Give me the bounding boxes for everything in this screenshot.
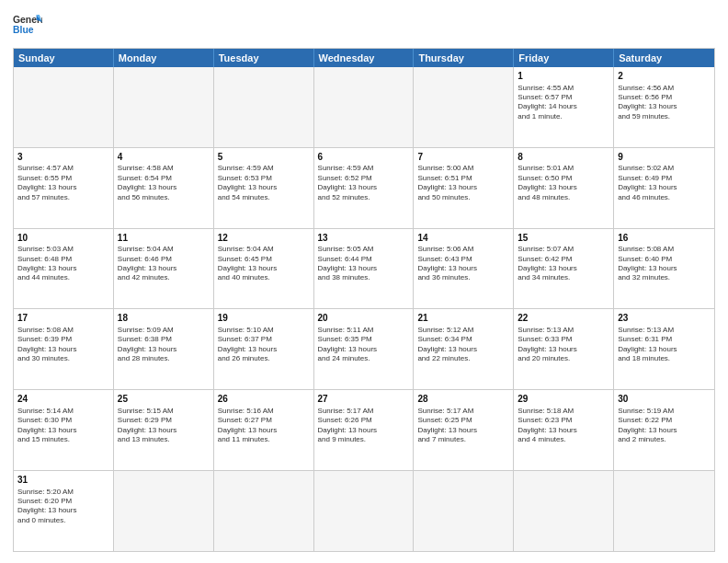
calendar-row-5: 31Sunrise: 5:20 AM Sunset: 6:20 PM Dayli… — [14, 470, 714, 551]
calendar-cell — [114, 67, 214, 147]
cell-info: Sunrise: 5:12 AM Sunset: 6:34 PM Dayligh… — [417, 326, 509, 364]
cell-info: Sunrise: 5:17 AM Sunset: 6:26 PM Dayligh… — [318, 407, 410, 445]
calendar-cell: 1Sunrise: 4:55 AM Sunset: 6:57 PM Daylig… — [514, 67, 614, 147]
cell-info: Sunrise: 5:13 AM Sunset: 6:31 PM Dayligh… — [618, 326, 711, 364]
calendar-cell: 19Sunrise: 5:10 AM Sunset: 6:37 PM Dayli… — [214, 309, 314, 389]
logo-icon: General Blue — [13, 11, 42, 40]
calendar-row-1: 3Sunrise: 4:57 AM Sunset: 6:55 PM Daylig… — [14, 147, 714, 228]
day-number: 5 — [218, 151, 310, 164]
calendar-cell: 23Sunrise: 5:13 AM Sunset: 6:31 PM Dayli… — [614, 309, 714, 389]
calendar-cell: 10Sunrise: 5:03 AM Sunset: 6:48 PM Dayli… — [14, 229, 114, 309]
day-number: 16 — [618, 232, 711, 245]
calendar-cell — [214, 471, 314, 551]
day-number: 29 — [518, 393, 609, 406]
calendar-cell: 4Sunrise: 4:58 AM Sunset: 6:54 PM Daylig… — [114, 148, 214, 228]
day-number: 12 — [218, 232, 310, 245]
day-number: 21 — [417, 312, 509, 325]
cell-info: Sunrise: 5:18 AM Sunset: 6:23 PM Dayligh… — [518, 407, 609, 445]
calendar-cell — [414, 471, 514, 551]
cell-info: Sunrise: 5:08 AM Sunset: 6:40 PM Dayligh… — [618, 245, 711, 283]
header-saturday: Saturday — [614, 49, 714, 67]
day-number: 24 — [17, 393, 109, 406]
day-number: 17 — [17, 312, 109, 325]
day-number: 3 — [17, 151, 109, 164]
calendar-cell — [314, 67, 415, 147]
calendar-cell: 13Sunrise: 5:05 AM Sunset: 6:44 PM Dayli… — [314, 229, 415, 309]
cell-info: Sunrise: 4:56 AM Sunset: 6:56 PM Dayligh… — [618, 84, 711, 122]
calendar-cell: 15Sunrise: 5:07 AM Sunset: 6:42 PM Dayli… — [514, 229, 614, 309]
calendar-cell: 11Sunrise: 5:04 AM Sunset: 6:46 PM Dayli… — [114, 229, 214, 309]
cell-info: Sunrise: 5:05 AM Sunset: 6:44 PM Dayligh… — [318, 245, 410, 283]
day-number: 1 — [518, 70, 609, 83]
calendar-cell: 30Sunrise: 5:19 AM Sunset: 6:22 PM Dayli… — [614, 390, 714, 470]
calendar-cell: 26Sunrise: 5:16 AM Sunset: 6:27 PM Dayli… — [214, 390, 314, 470]
calendar-header: Sunday Monday Tuesday Wednesday Thursday… — [14, 49, 714, 67]
calendar-cell — [514, 471, 614, 551]
cell-info: Sunrise: 4:57 AM Sunset: 6:55 PM Dayligh… — [17, 164, 109, 202]
calendar-cell: 16Sunrise: 5:08 AM Sunset: 6:40 PM Dayli… — [614, 229, 714, 309]
calendar-cell: 24Sunrise: 5:14 AM Sunset: 6:30 PM Dayli… — [14, 390, 114, 470]
cell-info: Sunrise: 5:00 AM Sunset: 6:51 PM Dayligh… — [417, 164, 509, 202]
calendar-cell: 29Sunrise: 5:18 AM Sunset: 6:23 PM Dayli… — [514, 390, 614, 470]
cell-info: Sunrise: 5:10 AM Sunset: 6:37 PM Dayligh… — [218, 326, 310, 364]
cell-info: Sunrise: 5:14 AM Sunset: 6:30 PM Dayligh… — [17, 407, 109, 445]
calendar-body: 1Sunrise: 4:55 AM Sunset: 6:57 PM Daylig… — [14, 67, 714, 551]
logo: General Blue — [13, 11, 42, 40]
cell-info: Sunrise: 5:07 AM Sunset: 6:42 PM Dayligh… — [518, 245, 609, 283]
day-number: 23 — [618, 312, 711, 325]
calendar-cell: 2Sunrise: 4:56 AM Sunset: 6:56 PM Daylig… — [614, 67, 714, 147]
calendar-cell: 21Sunrise: 5:12 AM Sunset: 6:34 PM Dayli… — [414, 309, 514, 389]
cell-info: Sunrise: 5:16 AM Sunset: 6:27 PM Dayligh… — [218, 407, 310, 445]
calendar-cell: 14Sunrise: 5:06 AM Sunset: 6:43 PM Dayli… — [414, 229, 514, 309]
calendar-cell: 28Sunrise: 5:17 AM Sunset: 6:25 PM Dayli… — [414, 390, 514, 470]
cell-info: Sunrise: 5:15 AM Sunset: 6:29 PM Dayligh… — [118, 407, 210, 445]
cell-info: Sunrise: 4:58 AM Sunset: 6:54 PM Dayligh… — [118, 164, 210, 202]
day-number: 18 — [118, 312, 210, 325]
calendar-cell: 8Sunrise: 5:01 AM Sunset: 6:50 PM Daylig… — [514, 148, 614, 228]
day-number: 22 — [518, 312, 609, 325]
day-number: 19 — [218, 312, 310, 325]
day-number: 15 — [518, 232, 609, 245]
cell-info: Sunrise: 5:02 AM Sunset: 6:49 PM Dayligh… — [618, 164, 711, 202]
header-thursday: Thursday — [414, 49, 514, 67]
calendar-row-2: 10Sunrise: 5:03 AM Sunset: 6:48 PM Dayli… — [14, 228, 714, 309]
calendar-cell: 5Sunrise: 4:59 AM Sunset: 6:53 PM Daylig… — [214, 148, 314, 228]
header-monday: Monday — [114, 49, 214, 67]
calendar-cell — [614, 471, 714, 551]
cell-info: Sunrise: 5:04 AM Sunset: 6:45 PM Dayligh… — [218, 245, 310, 283]
cell-info: Sunrise: 5:03 AM Sunset: 6:48 PM Dayligh… — [17, 245, 109, 283]
day-number: 20 — [318, 312, 410, 325]
calendar-row-4: 24Sunrise: 5:14 AM Sunset: 6:30 PM Dayli… — [14, 389, 714, 470]
day-number: 7 — [417, 151, 509, 164]
cell-info: Sunrise: 5:08 AM Sunset: 6:39 PM Dayligh… — [17, 326, 109, 364]
day-number: 27 — [318, 393, 410, 406]
header: General Blue — [13, 11, 715, 40]
cell-info: Sunrise: 4:59 AM Sunset: 6:53 PM Dayligh… — [218, 164, 310, 202]
day-number: 30 — [618, 393, 711, 406]
calendar-row-0: 1Sunrise: 4:55 AM Sunset: 6:57 PM Daylig… — [14, 67, 714, 147]
day-number: 10 — [17, 232, 109, 245]
page: General Blue Sunday Monday Tuesday Wedne… — [0, 0, 728, 563]
day-number: 4 — [118, 151, 210, 164]
day-number: 2 — [618, 70, 711, 83]
day-number: 26 — [218, 393, 310, 406]
calendar-cell: 22Sunrise: 5:13 AM Sunset: 6:33 PM Dayli… — [514, 309, 614, 389]
calendar-cell: 17Sunrise: 5:08 AM Sunset: 6:39 PM Dayli… — [14, 309, 114, 389]
header-sunday: Sunday — [14, 49, 114, 67]
cell-info: Sunrise: 5:19 AM Sunset: 6:22 PM Dayligh… — [618, 407, 711, 445]
header-tuesday: Tuesday — [214, 49, 314, 67]
day-number: 25 — [118, 393, 210, 406]
cell-info: Sunrise: 5:09 AM Sunset: 6:38 PM Dayligh… — [118, 326, 210, 364]
cell-info: Sunrise: 4:59 AM Sunset: 6:52 PM Dayligh… — [318, 164, 410, 202]
calendar-cell — [214, 67, 314, 147]
calendar: Sunday Monday Tuesday Wednesday Thursday… — [13, 48, 715, 552]
day-number: 9 — [618, 151, 711, 164]
calendar-cell: 27Sunrise: 5:17 AM Sunset: 6:26 PM Dayli… — [314, 390, 415, 470]
calendar-row-3: 17Sunrise: 5:08 AM Sunset: 6:39 PM Dayli… — [14, 308, 714, 389]
calendar-cell: 7Sunrise: 5:00 AM Sunset: 6:51 PM Daylig… — [414, 148, 514, 228]
calendar-cell: 9Sunrise: 5:02 AM Sunset: 6:49 PM Daylig… — [614, 148, 714, 228]
cell-info: Sunrise: 5:01 AM Sunset: 6:50 PM Dayligh… — [518, 164, 609, 202]
cell-info: Sunrise: 5:20 AM Sunset: 6:20 PM Dayligh… — [17, 488, 109, 526]
day-number: 6 — [318, 151, 410, 164]
calendar-cell: 18Sunrise: 5:09 AM Sunset: 6:38 PM Dayli… — [114, 309, 214, 389]
